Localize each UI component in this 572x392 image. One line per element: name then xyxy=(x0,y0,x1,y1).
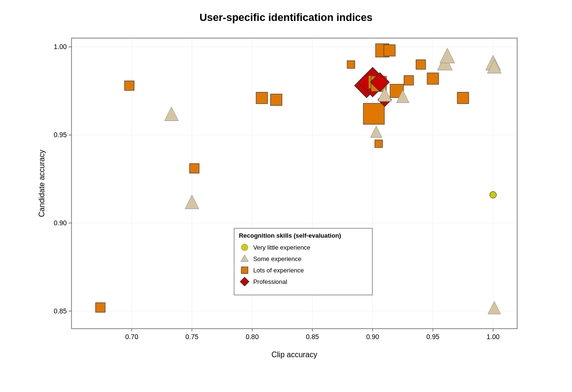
svg-text:0.85: 0.85 xyxy=(54,307,67,315)
svg-text:Recognition skills (self-evalu: Recognition skills (self-evaluation) xyxy=(239,232,341,239)
svg-rect-51 xyxy=(416,60,426,69)
svg-text:0.90: 0.90 xyxy=(366,333,379,341)
svg-rect-38 xyxy=(124,81,134,90)
chart-container: User-specific identification indices 0.7… xyxy=(0,0,572,392)
svg-rect-50 xyxy=(404,76,414,85)
svg-rect-47 xyxy=(375,140,382,148)
svg-rect-52 xyxy=(427,73,439,84)
svg-rect-40 xyxy=(256,92,267,104)
svg-text:Very little experience: Very little experience xyxy=(253,244,310,251)
svg-rect-48 xyxy=(384,45,395,56)
svg-text:0.80: 0.80 xyxy=(245,333,258,341)
svg-rect-39 xyxy=(190,164,199,173)
svg-point-57 xyxy=(241,244,248,251)
svg-rect-42 xyxy=(347,60,355,68)
svg-text:0.90: 0.90 xyxy=(54,219,67,227)
svg-rect-43 xyxy=(363,103,384,124)
svg-text:Candidate accuracy: Candidate accuracy xyxy=(38,150,46,217)
svg-rect-37 xyxy=(96,303,105,312)
svg-text:0.85: 0.85 xyxy=(306,333,319,341)
svg-rect-41 xyxy=(271,94,282,105)
svg-text:Some experience: Some experience xyxy=(253,255,301,262)
svg-text:0.70: 0.70 xyxy=(125,333,138,341)
svg-rect-53 xyxy=(457,92,469,104)
scatter-plot: 0.700.750.800.850.900.951.000.850.900.95… xyxy=(36,29,536,362)
svg-text:0.95: 0.95 xyxy=(426,333,439,341)
chart-title: User-specific identification indices xyxy=(199,11,372,24)
svg-text:1.00: 1.00 xyxy=(487,333,500,341)
svg-text:0.75: 0.75 xyxy=(185,333,198,341)
svg-text:1.00: 1.00 xyxy=(54,43,67,50)
svg-rect-60 xyxy=(241,267,248,273)
svg-text:0.95: 0.95 xyxy=(54,131,67,139)
svg-text:Lots of experience: Lots of experience xyxy=(253,267,304,274)
svg-text:Professional: Professional xyxy=(253,278,287,285)
chart-area: 0.700.750.800.850.900.951.000.850.900.95… xyxy=(36,29,536,362)
svg-text:Clip accuracy: Clip accuracy xyxy=(271,351,317,359)
svg-point-54 xyxy=(490,191,496,198)
